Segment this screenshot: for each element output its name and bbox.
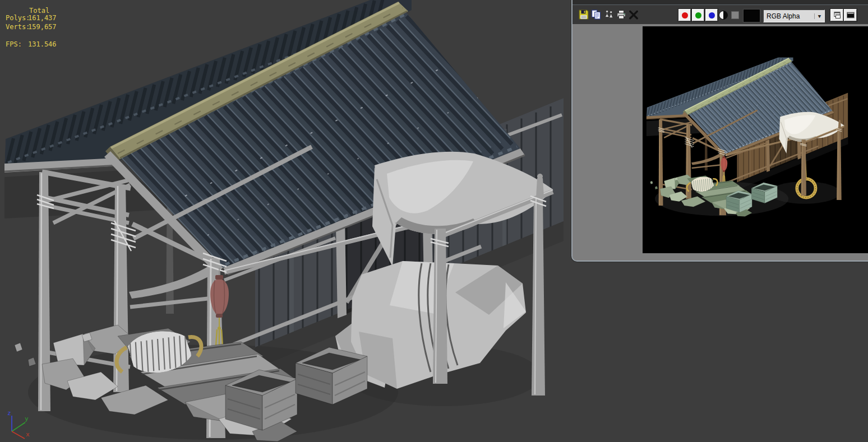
axis-x-label: x <box>26 431 30 438</box>
clone-window-button[interactable] <box>604 10 614 20</box>
copy-image-button[interactable] <box>591 10 601 20</box>
clone-window-icon <box>604 10 614 20</box>
channel-display-value: RGB Alpha <box>764 12 814 20</box>
render-window-body <box>572 24 868 260</box>
red-channel-button[interactable] <box>678 9 691 21</box>
axis-z-label: z <box>7 410 11 417</box>
copy-image-icon <box>591 10 601 20</box>
axis-y-label: y <box>25 415 29 422</box>
rendered-model-image <box>645 57 851 217</box>
blue-channel-icon <box>709 12 715 18</box>
red-channel-icon <box>682 12 688 18</box>
viewport-3d-model <box>0 0 572 442</box>
blue-channel-button[interactable] <box>705 9 718 21</box>
green-channel-icon <box>695 12 701 18</box>
print-image-icon <box>616 10 626 20</box>
channel-display-dropdown[interactable]: RGB Alpha ▼ <box>763 10 825 22</box>
alpha-channel-toggle[interactable] <box>731 11 739 19</box>
stats-verts-label: Verts: <box>6 23 30 31</box>
save-image-icon <box>579 10 589 20</box>
clear-x-icon <box>629 10 639 20</box>
monochrome-toggle[interactable] <box>719 11 728 20</box>
application-screen: Total Polys: 161,437 Verts: 159,657 FPS:… <box>0 0 868 442</box>
stats-fps-value: 131.546 <box>28 40 57 48</box>
clear-button[interactable] <box>629 10 639 20</box>
window-title-strip <box>572 0 868 5</box>
render-toolbar: RGB Alpha ▼ <box>572 5 868 25</box>
print-image-button[interactable] <box>616 10 626 20</box>
world-axis-gizmo: z y x <box>0 408 39 442</box>
stats-fps-label: FPS: <box>6 40 22 48</box>
stats-total-title: Total <box>29 7 49 15</box>
save-image-button[interactable] <box>579 10 589 20</box>
cascade-windows-icon <box>833 11 842 20</box>
stats-verts-value: 159,657 <box>28 23 57 31</box>
chevron-down-icon: ▼ <box>814 13 824 19</box>
green-channel-button[interactable] <box>692 9 704 21</box>
rendered-frame-window: RGB Alpha ▼ <box>571 0 868 262</box>
screen-toggle-button[interactable] <box>844 9 857 21</box>
stats-polys-value: 161,437 <box>28 14 57 22</box>
background-color-swatch[interactable] <box>744 10 760 22</box>
stats-polys-label: Polys: <box>6 14 30 22</box>
render-canvas <box>643 26 868 253</box>
screen-toggle-icon <box>846 11 855 20</box>
cascade-windows-button[interactable] <box>830 9 843 21</box>
